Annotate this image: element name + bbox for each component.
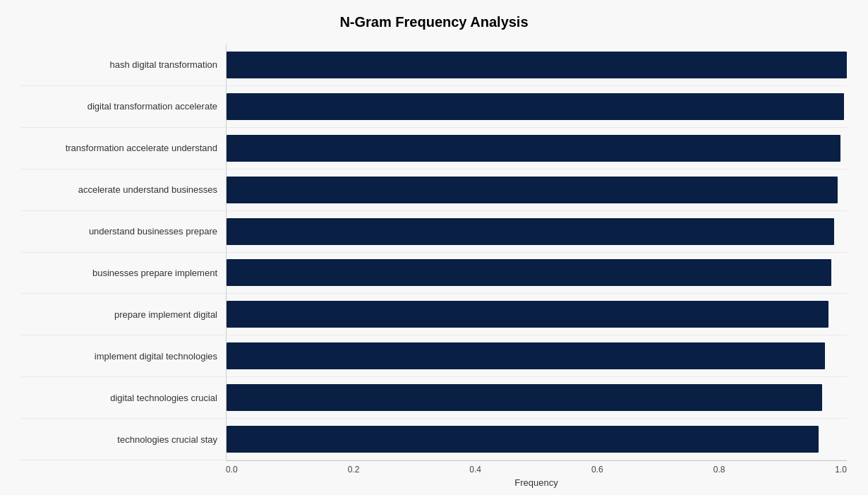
bar-fill — [227, 135, 840, 162]
x-tick: 0.0 — [226, 465, 238, 475]
bar-row: digital transformation accelerate — [21, 86, 847, 128]
x-axis-area: 0.00.20.40.60.81.0 Frequency — [21, 460, 847, 488]
chart-title: N-Gram Frequency Analysis — [339, 14, 528, 30]
bar-track — [226, 86, 847, 127]
bar-label: technologies crucial stay — [21, 434, 226, 445]
x-axis-ticks: 0.00.20.40.60.81.0 — [226, 460, 847, 475]
x-tick: 0.4 — [469, 465, 481, 475]
bar-fill — [227, 218, 834, 245]
bar-row: businesses prepare implement — [21, 253, 847, 294]
bar-track — [226, 44, 847, 85]
bar-row: digital technologies crucial — [21, 377, 847, 419]
chart-container: hash digital transformationdigital trans… — [21, 44, 847, 488]
bar-track — [226, 169, 847, 210]
bar-track — [226, 211, 847, 252]
bar-track — [226, 335, 847, 376]
bar-label: prepare implement digital — [21, 309, 226, 320]
bar-label: digital technologies crucial — [21, 393, 226, 403]
x-axis-label: Frequency — [226, 477, 847, 488]
bar-fill — [227, 342, 825, 369]
bar-row: prepare implement digital — [21, 294, 847, 335]
bar-track — [226, 128, 847, 169]
bar-fill — [227, 93, 844, 120]
bar-track — [226, 419, 847, 460]
bar-row: hash digital transformation — [21, 44, 847, 86]
bar-fill — [227, 259, 831, 286]
x-tick: 0.2 — [348, 465, 360, 475]
bar-fill — [227, 384, 822, 411]
bar-track — [226, 294, 847, 335]
bar-label: understand businesses prepare — [21, 226, 226, 237]
bar-label: transformation accelerate understand — [21, 143, 226, 153]
x-tick: 0.6 — [591, 465, 603, 475]
bar-fill — [227, 177, 838, 203]
bar-row: understand businesses prepare — [21, 211, 847, 253]
bars-area: hash digital transformationdigital trans… — [21, 44, 847, 460]
bar-track — [226, 377, 847, 418]
bar-track — [226, 253, 847, 294]
bar-label: businesses prepare implement — [21, 268, 226, 278]
bar-label: accelerate understand businesses — [21, 184, 226, 195]
bar-row: accelerate understand businesses — [21, 169, 847, 211]
x-tick: 0.8 — [713, 465, 725, 475]
bar-row: technologies crucial stay — [21, 419, 847, 460]
bar-fill — [227, 301, 828, 328]
bar-row: transformation accelerate understand — [21, 128, 847, 169]
bar-fill — [227, 426, 819, 453]
bar-label: digital transformation accelerate — [21, 101, 226, 112]
bar-row: implement digital technologies — [21, 335, 847, 377]
bar-label: implement digital technologies — [21, 351, 226, 362]
x-tick: 1.0 — [835, 465, 847, 475]
bar-fill — [227, 52, 847, 78]
bar-label: hash digital transformation — [21, 59, 226, 70]
